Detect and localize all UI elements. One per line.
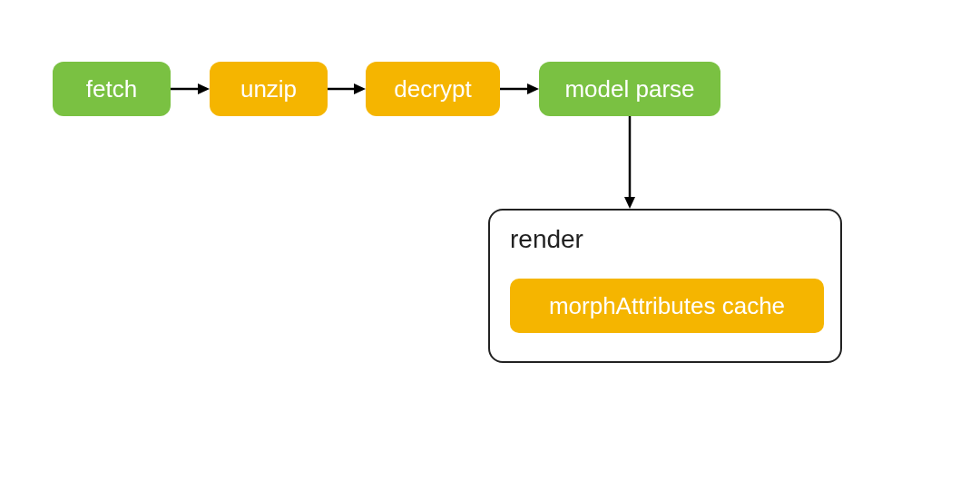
arrow-unzip-to-decrypt <box>328 80 366 98</box>
node-morph-attributes-cache-label: morphAttributes cache <box>549 292 785 320</box>
svg-marker-3 <box>354 83 366 94</box>
container-render-title: render <box>510 225 583 254</box>
svg-marker-1 <box>198 83 210 94</box>
container-render: render morphAttributes cache <box>488 209 842 363</box>
svg-marker-5 <box>527 83 539 94</box>
node-model-parse: model parse <box>539 62 720 116</box>
node-fetch-label: fetch <box>86 75 137 103</box>
node-model-parse-label: model parse <box>564 75 694 103</box>
svg-marker-7 <box>624 197 635 209</box>
node-decrypt-label: decrypt <box>394 75 471 103</box>
arrow-fetch-to-unzip <box>171 80 210 98</box>
node-unzip: unzip <box>210 62 328 116</box>
node-morph-attributes-cache: morphAttributes cache <box>510 279 824 333</box>
node-unzip-label: unzip <box>240 75 297 103</box>
arrow-decrypt-to-model-parse <box>500 80 539 98</box>
arrow-model-parse-to-render <box>621 116 639 209</box>
node-decrypt: decrypt <box>366 62 500 116</box>
node-fetch: fetch <box>53 62 171 116</box>
